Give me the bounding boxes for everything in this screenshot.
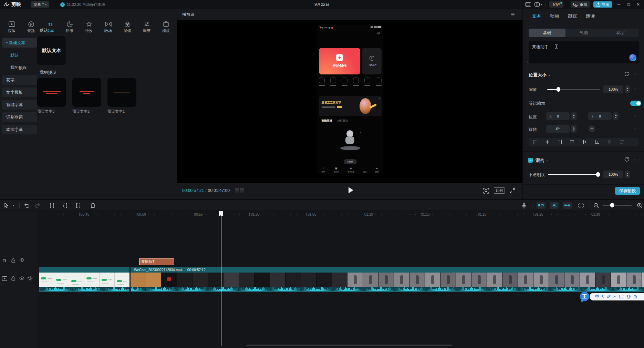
zoom-in-icon[interactable] [636,200,643,211]
layout-panels-icon[interactable]: ▾ [534,2,542,7]
nav-item-默认[interactable]: 默认 [2,50,37,60]
ime-screenshot-icon[interactable]: ✂ [613,294,616,299]
preset-card-预设文本1[interactable] [107,78,136,107]
default-text-card[interactable]: 默认文本 [37,36,66,65]
uniform-scale-toggle[interactable] [630,101,641,106]
collapse-caret-icon[interactable]: ▴ [549,74,550,76]
timeline-zoom-slider[interactable] [603,205,632,206]
preview-quality-icon[interactable] [483,188,489,194]
playhead-line[interactable] [221,211,221,346]
zoom-out-icon[interactable] [592,200,600,211]
player-menu-icon[interactable]: ☰ [511,12,515,17]
rotation-stepper[interactable] [571,125,577,133]
ime-keyboard-icon[interactable] [619,295,624,298]
transform-reset-icon[interactable] [624,71,629,76]
review-button[interactable]: 审阅 [571,1,590,8]
frame-view-icon[interactable] [235,188,244,193]
inspector-tab-朗读[interactable]: 朗读 [586,13,595,20]
ai-sphere-button[interactable] [629,54,636,61]
style-tab-基础[interactable]: 基础 [529,29,565,37]
vertical-text-icon[interactable] [603,139,616,145]
nav-item-新建文本[interactable]: ▾新建文本 [2,38,37,48]
nav-item-我的预设[interactable]: 我的预设 [2,63,37,72]
preview-axis-toggle[interactable] [577,200,585,211]
ime-handwriting-icon[interactable] [606,295,611,299]
align-left-icon[interactable] [529,139,541,145]
position-x-field[interactable]: X 0 [546,112,570,120]
opacity-slider[interactable] [548,174,600,175]
rotation-dial[interactable] [589,125,595,132]
select-tool-button[interactable] [2,200,10,211]
scale-slider-thumb[interactable] [557,87,560,92]
position-x-stepper[interactable] [571,112,577,120]
scale-keyframe-controls[interactable]: ‹ › [635,87,640,91]
blend-keyframe-controls[interactable]: ‹ › [635,158,640,162]
style-tab-气泡[interactable]: 气泡 [565,29,602,37]
opacity-value-field[interactable]: 100% [603,171,623,178]
ime-toolbox-icon[interactable] [633,295,637,299]
video-clip-2-header[interactable]: WeChat_20230922112834.mp4 00:00:57:12 [131,267,644,273]
link-clips-toggle[interactable] [562,200,572,211]
inspector-tab-动画[interactable]: 动画 [550,13,559,20]
media-tab-贴纸[interactable]: 贴纸 [60,19,79,35]
select-tool-dropdown-caret[interactable]: ▾ [11,200,16,211]
undo-button[interactable] [22,200,31,211]
blend-reset-icon[interactable] [624,157,629,162]
media-tab-媒体[interactable]: 媒体 [2,19,21,35]
text-spacing-icon[interactable] [616,139,628,145]
align-bottom-icon[interactable] [591,139,603,145]
text-content-input[interactable]: 莱德助手 [529,41,639,63]
ime-mode-chinese[interactable]: 中 [595,294,599,300]
opacity-stepper[interactable] [625,171,630,178]
media-tab-音频[interactable]: 音频 [21,19,41,35]
main-track-magnet-toggle[interactable] [536,200,546,211]
media-tab-滤镜[interactable]: 滤镜 [118,19,137,35]
position-y-field[interactable]: Y 0 [588,112,612,120]
timeline-horizontal-scrollbar[interactable] [246,345,452,346]
video-track-mute-icon[interactable] [28,276,32,280]
preset-card-预设文本2[interactable] [72,78,101,107]
preset-card-预设文本3[interactable] [37,78,66,107]
video-clip-1-header[interactable] [39,267,129,273]
video-track-lock-icon[interactable] [11,276,15,281]
close-button[interactable]: ✕ [635,2,641,7]
style-tab-花字[interactable]: 花字 [602,29,639,37]
export-button[interactable]: 导出 [593,1,612,8]
rotation-value-field[interactable]: 0° [546,125,570,133]
align-top-icon[interactable] [566,139,578,145]
align-center-vertical-icon[interactable] [578,139,591,145]
position-y-stepper[interactable] [613,112,619,120]
fullscreen-icon[interactable] [510,188,515,193]
scale-slider[interactable] [547,89,600,90]
play-button[interactable] [348,187,354,194]
position-keyframe-controls[interactable]: ‹ › [635,114,640,118]
text-track-lock-icon[interactable] [11,258,15,263]
record-voiceover-button[interactable] [519,200,528,211]
maximize-button[interactable]: □ [625,2,632,7]
shortcut-keyboard-icon[interactable] [525,2,531,7]
video-clip-2-thumbnails[interactable] [131,273,644,287]
collapse-caret-icon[interactable]: ▴ [547,159,548,162]
media-tab-特效[interactable]: 特效 [79,19,98,35]
video-track-visibility-icon[interactable] [19,276,24,280]
nav-item-花字[interactable]: 花字 [2,75,37,85]
delete-right-button[interactable] [74,200,83,211]
auto-snap-toggle[interactable] [549,200,559,211]
media-tab-转场[interactable]: 转场 [98,19,118,35]
media-tab-模板[interactable]: 模板 [156,19,176,35]
minimize-button[interactable]: ─ [616,2,622,7]
opacity-slider-thumb[interactable] [596,172,600,177]
video-clip-1-thumbnails[interactable] [39,273,129,287]
nav-item-文字模板[interactable]: 文字模板 [2,88,37,97]
ime-skin-icon[interactable] [626,295,631,299]
blend-checkbox[interactable]: ✓ [528,158,533,163]
ime-logo-bubble[interactable]: 王 [580,292,589,301]
text-track-visibility-icon[interactable] [19,258,24,262]
aspect-ratio-button[interactable]: 比例 [494,187,505,194]
align-right-icon[interactable] [553,139,566,145]
transform-keyframe-controls[interactable]: ‹ › [635,72,640,76]
inspector-tab-跟踪[interactable]: 跟踪 [568,13,577,20]
nav-item-本地字幕[interactable]: 本地字幕 [2,125,37,134]
align-center-horizontal-icon[interactable] [541,139,553,145]
ime-punctuation-icon[interactable]: °, [602,295,604,299]
